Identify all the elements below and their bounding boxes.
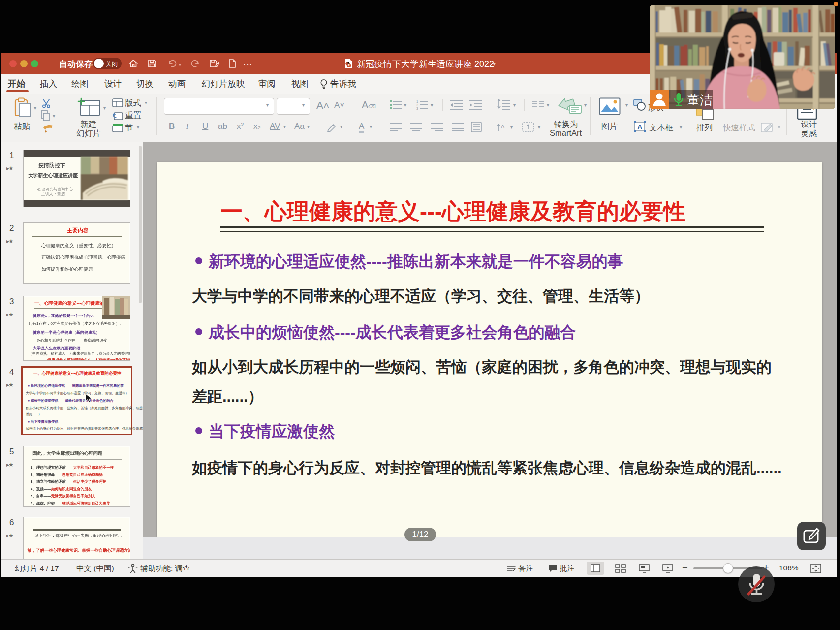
grow-font-button[interactable]: A˄: [316, 99, 329, 111]
tab-animations[interactable]: 动画: [168, 78, 186, 90]
reset-label[interactable]: 重置: [125, 110, 141, 121]
minimize-button[interactable]: [20, 60, 28, 67]
decrease-indent-icon[interactable]: [449, 99, 463, 112]
zoom-level[interactable]: 106%: [779, 564, 799, 572]
shape-format-pen-icon[interactable]: [760, 121, 775, 136]
tab-tell-me[interactable]: 告诉我: [330, 78, 356, 90]
tab-draw[interactable]: 绘图: [71, 78, 89, 90]
text-direction-chevron-icon[interactable]: ▾: [510, 125, 513, 130]
font-name-chevron-icon[interactable]: ▾: [266, 102, 269, 108]
notes-icon[interactable]: [506, 564, 516, 575]
slide-thumbnail-4-selected[interactable]: 一、心理健康的意义---心理健康及教育的必要性 ● 新环境的心理适应使然——推陈…: [21, 366, 132, 435]
more-commands-icon[interactable]: …: [243, 57, 253, 68]
shapes-icon[interactable]: [633, 98, 647, 113]
shape-format-chevron-icon[interactable]: ▾: [778, 125, 780, 130]
slide-thumbnail-3[interactable]: 一、心理健康的意义---心理健康的重要性 · 健康是1，其他的都是一个一个的0。…: [23, 296, 130, 361]
layout-chevron-icon[interactable]: ▾: [145, 100, 147, 105]
muted-microphone-button[interactable]: [738, 566, 775, 602]
redo-icon[interactable]: [190, 58, 201, 69]
character-spacing-chevron-icon[interactable]: ▾: [283, 124, 286, 129]
align-right-icon[interactable]: [431, 122, 443, 134]
numbering-chevron-icon[interactable]: ▾: [431, 102, 433, 108]
paste-icon[interactable]: [12, 97, 34, 121]
tab-review[interactable]: 审阅: [258, 78, 276, 90]
change-case-button[interactable]: Aa: [294, 122, 305, 131]
smartart-icon[interactable]: [557, 96, 582, 117]
columns-icon[interactable]: [532, 99, 545, 112]
increase-indent-icon[interactable]: [469, 99, 483, 112]
comments-icon[interactable]: [548, 564, 558, 575]
highlight-pen-chevron-icon[interactable]: ▾: [340, 124, 342, 129]
zoom-out-button[interactable]: −: [682, 562, 688, 573]
section-icon[interactable]: [112, 124, 123, 134]
notes-label[interactable]: 备注: [518, 564, 533, 574]
align-text-icon[interactable]: [521, 121, 535, 135]
slide-thumbnail-6[interactable]: 以上种种，都极产生心理失衡，出现心理困扰... 故，了解一些心理健康常识、掌握一…: [23, 517, 130, 559]
numbering-icon[interactable]: 123: [416, 99, 429, 112]
picture-chevron-icon[interactable]: ▾: [625, 102, 628, 108]
title-chevron-icon[interactable]: ▾: [493, 60, 496, 67]
slide-thumbnail-1[interactable]: 疫情防控下大学新生心理适应讲座心理研究与咨询中心主讲人：董洁: [23, 150, 130, 207]
save-icon[interactable]: [147, 58, 157, 69]
clear-formatting-button[interactable]: A⌫: [362, 99, 376, 111]
textbox-icon[interactable]: A: [633, 120, 646, 135]
tab-view[interactable]: 视图: [291, 78, 309, 90]
textbox-label[interactable]: 文本框: [649, 123, 674, 133]
smartart-chevron-icon[interactable]: ▾: [584, 102, 587, 108]
layout-icon[interactable]: [112, 98, 123, 109]
font-name-combobox[interactable]: [164, 98, 274, 115]
comments-label[interactable]: 批注: [560, 564, 575, 574]
fit-to-window-icon[interactable]: [810, 564, 821, 575]
new-slide-label-2[interactable]: 幻灯片: [76, 128, 101, 139]
section-label[interactable]: 节: [125, 123, 133, 133]
section-chevron-icon[interactable]: ▾: [137, 125, 139, 130]
document-title[interactable]: 新冠疫情下大学新生适应讲座 2022: [357, 58, 494, 70]
tab-slideshow[interactable]: 幻灯片放映: [202, 78, 245, 90]
cut-icon[interactable]: [41, 98, 52, 110]
slideshow-view-icon[interactable]: [662, 564, 673, 575]
reading-view-icon[interactable]: [639, 564, 650, 575]
tab-transitions[interactable]: 切换: [136, 78, 154, 90]
zoom-slider-thumb[interactable]: [723, 563, 733, 573]
reset-icon[interactable]: [112, 111, 123, 122]
bold-button[interactable]: B: [169, 122, 175, 131]
character-spacing-button[interactable]: AV: [270, 122, 280, 131]
align-center-icon[interactable]: [410, 122, 423, 134]
new-slide-chevron-icon[interactable]: ▾: [103, 105, 106, 111]
copy-chevron-icon[interactable]: ▾: [53, 113, 55, 119]
columns-chevron-icon[interactable]: ▾: [547, 102, 549, 108]
line-spacing-icon[interactable]: [497, 98, 510, 112]
shrink-font-button[interactable]: A˅: [334, 100, 344, 110]
new-document-icon[interactable]: [227, 58, 238, 69]
accessibility-status[interactable]: 辅助功能: 调查: [140, 564, 190, 574]
slide-thumbnail-5[interactable]: 因此，大学生麻烦出现的心理问题 1、理想与现实的矛盾——大学和自己想象的不一样2…: [23, 446, 130, 507]
panel-scrollbar[interactable]: [139, 146, 142, 303]
line-spacing-chevron-icon[interactable]: ▾: [513, 102, 516, 108]
paste-chevron-icon[interactable]: ▾: [34, 105, 36, 111]
font-size-chevron-icon[interactable]: ▾: [302, 102, 305, 108]
maximize-button[interactable]: [31, 60, 38, 67]
layout-label[interactable]: 版式: [125, 98, 141, 109]
strikethrough-button[interactable]: ab: [218, 122, 227, 131]
language-status[interactable]: 中文 (中国): [76, 564, 114, 574]
text-direction-icon[interactable]: A: [495, 121, 507, 135]
align-left-icon[interactable]: [389, 122, 402, 134]
slide-thumbnail-2[interactable]: 主要内容 心理健康的意义（重要性、必要性）正确认识心理困扰成心理问题、心理疾病如…: [23, 222, 130, 284]
italic-button[interactable]: I: [186, 122, 189, 131]
paste-label[interactable]: 粘贴: [14, 121, 30, 132]
autosave-toggle[interactable]: 关闭: [93, 58, 122, 69]
quick-styles-label[interactable]: 快速样式: [723, 123, 755, 133]
tab-home[interactable]: 开始: [8, 78, 25, 90]
smartart-label-2[interactable]: SmartArt: [550, 128, 582, 138]
slide-sorter-view-icon[interactable]: [615, 564, 626, 575]
screenshot-annotate-button[interactable]: [797, 522, 826, 550]
tab-design[interactable]: 设计: [104, 78, 122, 90]
change-case-chevron-icon[interactable]: ▾: [307, 124, 310, 129]
undo-chevron-icon[interactable]: ▾: [179, 62, 181, 67]
picture-label[interactable]: 图片: [601, 121, 618, 132]
tab-insert[interactable]: 插入: [40, 78, 57, 90]
font-color-chevron-icon[interactable]: ▾: [370, 124, 372, 129]
design-ideas-label-2[interactable]: 灵感: [801, 128, 817, 139]
textbox-chevron-icon[interactable]: ▾: [680, 125, 682, 130]
highlight-pen-icon[interactable]: [326, 122, 338, 135]
